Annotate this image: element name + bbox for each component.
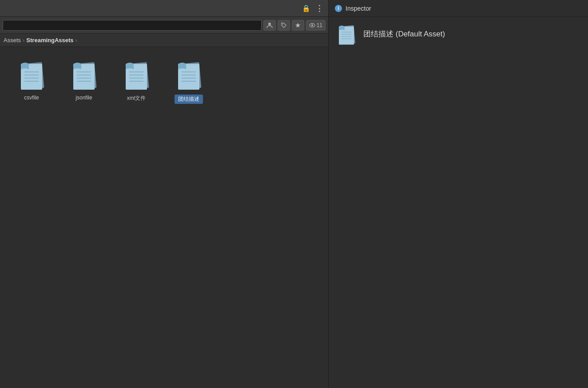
file-label: jsonfile xyxy=(75,95,92,101)
list-item[interactable]: jsonfile xyxy=(60,56,108,107)
more-options-icon[interactable]: ⋮ xyxy=(313,2,326,15)
breadcrumb: Assets › StreamingAssets › xyxy=(0,34,328,47)
assets-panel: ★ 11 Assets › StreamingAssets › xyxy=(0,17,329,388)
svg-point-1 xyxy=(282,24,283,24)
svg-point-3 xyxy=(311,24,313,26)
tag-icon-btn[interactable] xyxy=(278,20,290,31)
inspector-asset-icon xyxy=(336,23,357,44)
file-icon-tuanjie xyxy=(172,59,206,92)
eye-count: 11 xyxy=(317,22,322,28)
lock-icon[interactable]: 🔒 xyxy=(300,2,312,15)
svg-point-0 xyxy=(268,23,271,25)
file-icon-csvfile xyxy=(15,59,48,92)
file-label-selected: 团结描述 xyxy=(175,95,203,104)
breadcrumb-root[interactable]: Assets xyxy=(4,37,21,44)
breadcrumb-current[interactable]: StreamingAssets xyxy=(26,37,73,44)
inspector-title: Inspector xyxy=(346,5,371,12)
file-label: xml文件 xyxy=(127,95,146,102)
inspector-info-icon: i xyxy=(335,5,342,12)
list-item[interactable]: 团结描述 xyxy=(164,56,213,107)
file-grid: csvfile j xyxy=(0,47,328,388)
star-icon-btn[interactable]: ★ xyxy=(292,20,304,31)
file-icon-xmlfile xyxy=(120,59,153,92)
breadcrumb-sep1: › xyxy=(23,37,24,44)
eye-count-btn[interactable]: 11 xyxy=(306,20,326,31)
inspector-asset-name: 团结描述 (Default Asset) xyxy=(363,29,445,39)
assets-toolbar: ★ 11 xyxy=(0,17,328,34)
list-item[interactable]: xml文件 xyxy=(112,56,161,107)
inspector-asset-header: 团结描述 (Default Asset) xyxy=(329,17,588,51)
inspector-panel: 团结描述 (Default Asset) xyxy=(329,17,588,388)
file-icon-jsonfile xyxy=(68,59,101,92)
file-label: csvfile xyxy=(24,95,39,101)
breadcrumb-arrow: › xyxy=(75,37,77,44)
filter-icon-btn[interactable] xyxy=(263,20,276,31)
list-item[interactable]: csvfile xyxy=(7,56,56,107)
inspector-tab[interactable]: i Inspector xyxy=(329,0,588,16)
search-input[interactable] xyxy=(3,20,262,31)
